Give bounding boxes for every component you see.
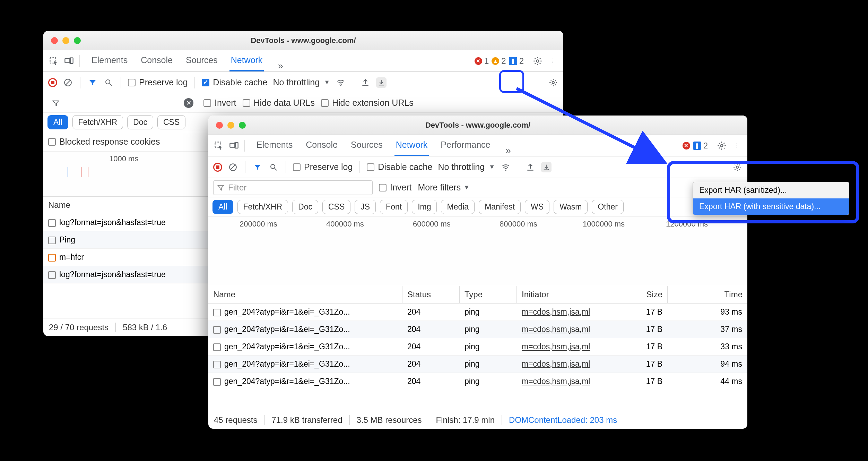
device-toggle-icon[interactable] xyxy=(63,55,75,67)
pill-other[interactable]: Other xyxy=(592,200,624,214)
pill-js[interactable]: JS xyxy=(355,200,376,214)
pill-ws[interactable]: WS xyxy=(525,200,549,214)
pill-wasm[interactable]: Wasm xyxy=(554,200,588,214)
search-icon[interactable] xyxy=(103,77,114,88)
menu-item-export-har-sanitized[interactable]: Export HAR (sanitized)... xyxy=(693,182,849,198)
network-settings-icon[interactable] xyxy=(732,162,743,172)
upload-har-icon[interactable] xyxy=(525,162,536,172)
settings-icon[interactable] xyxy=(715,139,728,152)
invert-checkbox[interactable]: Invert xyxy=(379,182,412,193)
maximize-icon[interactable] xyxy=(74,37,81,44)
col-time[interactable]: Time xyxy=(668,286,747,303)
minimize-icon[interactable] xyxy=(227,122,234,129)
info-badge[interactable]: ❚2 xyxy=(509,56,524,66)
device-toggle-icon[interactable] xyxy=(228,139,240,152)
status-requests: 45 requests xyxy=(214,415,264,425)
warning-badge[interactable]: ▲2 xyxy=(492,56,506,66)
tab-console[interactable]: Console xyxy=(304,135,339,156)
table-row[interactable]: gen_204?atyp=i&r=1&ei=_G31Zo... 204 ping… xyxy=(208,304,747,321)
clear-button[interactable] xyxy=(228,162,238,172)
pill-manifest[interactable]: Manifest xyxy=(479,200,521,214)
tab-sources[interactable]: Sources xyxy=(184,50,219,71)
tab-network[interactable]: Network xyxy=(394,135,429,156)
download-har-icon[interactable] xyxy=(541,162,552,172)
timeline-overview[interactable]: 200000 ms 400000 ms 600000 ms 800000 ms … xyxy=(208,217,747,286)
pill-font[interactable]: Font xyxy=(380,200,408,214)
filter-input[interactable]: ✕ xyxy=(48,96,197,110)
minimize-icon[interactable] xyxy=(62,37,69,44)
info-badge[interactable]: ❚2 xyxy=(693,141,708,151)
col-status[interactable]: Status xyxy=(402,286,460,303)
invert-checkbox[interactable]: Invert xyxy=(203,98,236,108)
settings-icon[interactable] xyxy=(531,55,544,67)
table-row[interactable]: gen_204?atyp=i&r=1&ei=_G31Zo... 204 ping… xyxy=(208,373,747,390)
error-badge[interactable]: ✕ xyxy=(683,142,690,150)
more-menu-icon[interactable]: ⋮ xyxy=(731,139,743,152)
filter-bar: Filter Invert More filters▼ xyxy=(208,178,747,197)
error-badge[interactable]: ✕1 xyxy=(475,56,489,66)
pill-doc[interactable]: Doc xyxy=(127,115,153,129)
record-button[interactable] xyxy=(213,163,222,172)
tab-elements[interactable]: Elements xyxy=(255,135,294,156)
network-conditions-icon[interactable] xyxy=(336,77,346,88)
titlebar[interactable]: DevTools - www.google.com/ xyxy=(208,116,747,135)
blocked-response-cookies-checkbox[interactable]: Blocked response cookies xyxy=(48,137,160,147)
tab-network[interactable]: Network xyxy=(229,50,264,71)
menu-item-export-har-sensitive[interactable]: Export HAR (with sensitive data)... xyxy=(693,198,849,215)
svg-point-8 xyxy=(340,85,341,86)
hide-data-urls-checkbox[interactable]: Hide data URLs xyxy=(243,98,315,108)
pill-all[interactable]: All xyxy=(212,200,233,214)
tab-elements[interactable]: Elements xyxy=(90,50,129,71)
upload-har-icon[interactable] xyxy=(360,77,371,88)
pill-all[interactable]: All xyxy=(47,115,68,129)
pill-img[interactable]: Img xyxy=(412,200,437,214)
network-conditions-icon[interactable] xyxy=(501,162,511,172)
filter-icon[interactable] xyxy=(87,77,98,88)
tab-sources[interactable]: Sources xyxy=(349,135,384,156)
filter-input[interactable]: Filter xyxy=(213,180,373,195)
inspect-icon[interactable] xyxy=(212,139,225,152)
download-har-icon[interactable] xyxy=(376,77,387,88)
resource-type-pills: All Fetch/XHR Doc CSS JS Font Img Media … xyxy=(208,197,747,217)
col-name[interactable]: Name xyxy=(208,286,402,303)
preserve-log-checkbox[interactable]: Preserve log xyxy=(293,162,353,172)
tab-performance[interactable]: Performance xyxy=(439,135,492,156)
close-icon[interactable] xyxy=(216,122,223,129)
filter-bar: ✕ Invert Hide data URLs Hide extension U… xyxy=(43,93,563,113)
more-tabs-icon[interactable]: » xyxy=(274,60,287,71)
pill-css[interactable]: CSS xyxy=(157,115,185,129)
throttling-select[interactable]: No throttling▼ xyxy=(273,77,330,87)
svg-point-16 xyxy=(271,164,275,169)
close-icon[interactable] xyxy=(51,37,58,44)
table-row[interactable]: gen_204?atyp=i&r=1&ei=_G31Zo... 204 ping… xyxy=(208,356,747,373)
preserve-log-checkbox[interactable]: Preserve log xyxy=(128,77,188,87)
pill-doc[interactable]: Doc xyxy=(292,200,318,214)
more-filters-button[interactable]: More filters▼ xyxy=(418,182,470,193)
clear-button[interactable] xyxy=(63,77,73,88)
disable-cache-checkbox[interactable]: Disable cache xyxy=(367,162,432,172)
throttling-select[interactable]: No throttling▼ xyxy=(438,162,495,172)
table-row[interactable]: gen_204?atyp=i&r=1&ei=_G31Zo... 204 ping… xyxy=(208,338,747,356)
clear-filter-icon[interactable]: ✕ xyxy=(184,98,193,108)
divider xyxy=(80,77,80,88)
titlebar[interactable]: DevTools - www.google.com/ xyxy=(43,31,563,50)
pill-fetch-xhr[interactable]: Fetch/XHR xyxy=(237,200,288,214)
hide-extension-urls-checkbox[interactable]: Hide extension URLs xyxy=(321,98,414,108)
maximize-icon[interactable] xyxy=(239,122,246,129)
disable-cache-checkbox[interactable]: Disable cache xyxy=(202,77,267,87)
pill-css[interactable]: CSS xyxy=(322,200,350,214)
search-icon[interactable] xyxy=(268,162,279,172)
col-type[interactable]: Type xyxy=(460,286,517,303)
col-size[interactable]: Size xyxy=(612,286,668,303)
network-settings-icon[interactable] xyxy=(548,77,558,88)
more-tabs-icon[interactable]: » xyxy=(502,145,514,156)
table-row[interactable]: gen_204?atyp=i&r=1&ei=_G31Zo... 204 ping… xyxy=(208,321,747,338)
pill-media[interactable]: Media xyxy=(441,200,475,214)
record-button[interactable] xyxy=(48,78,57,87)
col-initiator[interactable]: Initiator xyxy=(517,286,612,303)
pill-fetch-xhr[interactable]: Fetch/XHR xyxy=(72,115,123,129)
filter-icon[interactable] xyxy=(252,162,263,172)
inspect-icon[interactable] xyxy=(47,55,60,67)
tab-console[interactable]: Console xyxy=(139,50,174,71)
more-menu-icon[interactable]: ⋮ xyxy=(547,55,559,67)
